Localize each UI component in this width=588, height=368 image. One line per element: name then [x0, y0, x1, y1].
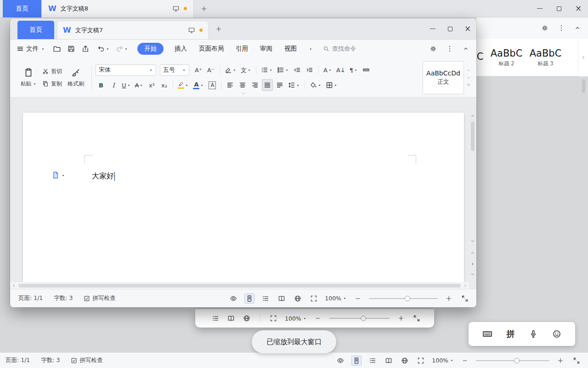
zoom-out-button[interactable]: [314, 313, 322, 323]
microphone-icon[interactable]: [529, 329, 538, 339]
tab-view[interactable]: 视图: [284, 45, 297, 53]
decrease-indent-button[interactable]: [292, 64, 303, 76]
style-item[interactable]: AaBbC: [476, 39, 487, 76]
web-view-button[interactable]: [293, 293, 303, 304]
ribbon-collapse-handle[interactable]: [241, 89, 246, 98]
maximize-button[interactable]: [549, 0, 569, 17]
previous-page-button[interactable]: [469, 250, 476, 256]
style-item[interactable]: AaBbC 标题 2: [487, 39, 526, 76]
strikethrough-button[interactable]: A: [134, 79, 145, 91]
settings-gear-icon[interactable]: [430, 45, 437, 52]
command-search[interactable]: 查找命令: [323, 45, 356, 53]
tab-home-ribbon[interactable]: 开始: [137, 43, 164, 55]
document-area[interactable]: 大家好: [10, 98, 476, 289]
font-size-select[interactable]: 五号: [160, 64, 189, 76]
style-scroll-down-icon[interactable]: [466, 75, 471, 80]
doc7-home-tab[interactable]: 首页: [17, 21, 54, 39]
distribute-button[interactable]: [274, 79, 285, 91]
eye-protect-icon[interactable]: [335, 356, 345, 366]
keyboard-icon[interactable]: [482, 329, 492, 339]
new-tab-button[interactable]: [212, 23, 225, 35]
sort-button[interactable]: A↓: [335, 64, 347, 76]
spellcheck-status[interactable]: 拼写检查: [71, 356, 102, 364]
more-tabs-icon[interactable]: [309, 47, 313, 51]
tab-insert[interactable]: 插入: [175, 45, 187, 53]
format-painter-button[interactable]: 格式刷: [64, 61, 88, 95]
zoom-slider[interactable]: [329, 318, 390, 319]
doc8-tab[interactable]: W 文字文稿8: [41, 0, 194, 17]
document-text[interactable]: 大家好: [92, 172, 115, 181]
next-page-button[interactable]: [469, 271, 476, 277]
collapse-ribbon-icon[interactable]: [463, 46, 469, 52]
save-icon[interactable]: [67, 45, 75, 53]
paste-button[interactable]: 粘贴: [17, 61, 40, 95]
scroll-down-button[interactable]: [469, 238, 476, 244]
emoji-icon[interactable]: [552, 329, 561, 339]
zoom-in-button[interactable]: [555, 356, 565, 366]
zoom-level[interactable]: 100%: [285, 315, 307, 322]
outline-view-button[interactable]: [260, 293, 271, 304]
minimize-button[interactable]: [530, 0, 549, 17]
export-icon[interactable]: [81, 45, 90, 53]
grow-font-button[interactable]: A⁺: [193, 64, 204, 76]
fullscreen-button[interactable]: [413, 313, 421, 323]
page-view-button[interactable]: [244, 293, 254, 304]
fit-page-button[interactable]: [269, 313, 278, 323]
horizontal-scrollbar[interactable]: [10, 282, 469, 289]
tab-review[interactable]: 审阅: [260, 45, 272, 53]
style-scroll-up-icon[interactable]: [466, 68, 471, 73]
zoom-level[interactable]: 100%: [432, 357, 454, 364]
horizontal-scrollbar-thumb[interactable]: [18, 284, 461, 288]
align-left-button[interactable]: [225, 79, 236, 91]
doc8-panel-scrollbar[interactable]: [582, 79, 585, 93]
zoom-slider[interactable]: [369, 298, 438, 299]
zoom-in-button[interactable]: [396, 313, 405, 323]
read-mode-button[interactable]: [226, 313, 235, 323]
undo-button[interactable]: [97, 45, 110, 52]
shading-button[interactable]: [308, 79, 323, 91]
style-gallery-more-button[interactable]: [578, 39, 588, 76]
settings-gear-icon[interactable]: [541, 24, 548, 32]
zoom-slider-thumb[interactable]: [361, 316, 366, 321]
show-marks-button[interactable]: ¶: [348, 64, 359, 76]
text-tools-button[interactable]: A: [322, 64, 334, 76]
more-options-icon[interactable]: [558, 24, 565, 32]
highlight-color-button[interactable]: [176, 79, 190, 91]
cut-button[interactable]: 剪切: [42, 68, 62, 75]
line-spacing-button[interactable]: [287, 79, 301, 91]
zoom-slider-thumb[interactable]: [514, 358, 520, 363]
fullscreen-button[interactable]: [460, 293, 470, 304]
vertical-scrollbar-thumb[interactable]: [471, 121, 475, 151]
more-options-icon[interactable]: [446, 45, 453, 52]
zoom-slider[interactable]: [476, 360, 549, 361]
font-name-select[interactable]: 宋体: [96, 64, 156, 76]
tab-page-layout[interactable]: 页面布局: [199, 45, 224, 53]
copy-button[interactable]: 复制: [42, 80, 62, 88]
borders-button[interactable]: [324, 79, 339, 91]
zoom-slider-thumb[interactable]: [405, 296, 410, 301]
font-color-button[interactable]: A: [192, 79, 205, 91]
zoom-level[interactable]: 100%: [325, 295, 347, 302]
doc7-tab[interactable]: W 文字文稿7: [57, 21, 209, 39]
phonetic-guide-button[interactable]: 文: [239, 64, 253, 76]
page-setup-button[interactable]: [361, 64, 372, 76]
fullscreen-button[interactable]: [571, 356, 582, 366]
read-mode-button[interactable]: [277, 293, 287, 304]
subscript-button[interactable]: x₂: [158, 79, 170, 91]
page-view-button[interactable]: [351, 356, 362, 366]
close-button[interactable]: ×: [569, 0, 588, 17]
open-file-icon[interactable]: [53, 45, 61, 53]
new-tab-button[interactable]: [198, 2, 210, 15]
fit-page-button[interactable]: [309, 293, 319, 304]
style-gallery-current[interactable]: AaBbCcDd 正文: [423, 61, 464, 94]
align-right-button[interactable]: [249, 79, 260, 91]
pinyin-mode-button[interactable]: 拼: [507, 328, 515, 339]
superscript-button[interactable]: x²: [146, 79, 157, 91]
maximize-button[interactable]: [441, 18, 459, 39]
clear-format-button[interactable]: [223, 64, 238, 76]
zoom-out-button[interactable]: [353, 293, 363, 304]
web-view-button[interactable]: [400, 356, 410, 366]
scroll-right-icon[interactable]: [463, 283, 468, 288]
collapse-ribbon-icon[interactable]: [574, 25, 581, 31]
scroll-left-icon[interactable]: [11, 283, 16, 288]
